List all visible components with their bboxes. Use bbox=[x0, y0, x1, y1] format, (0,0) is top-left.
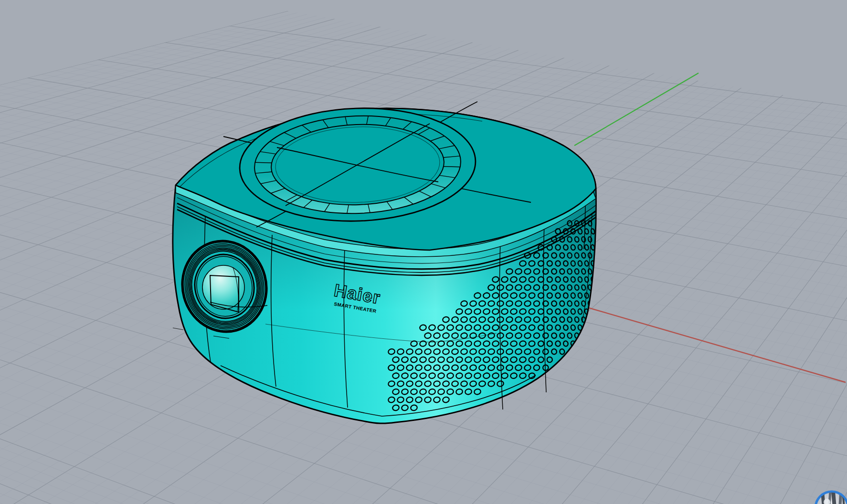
viewport[interactable]: Haier SMART THEATER bbox=[0, 0, 847, 504]
viewport-canvas[interactable]: Haier SMART THEATER bbox=[0, 0, 847, 504]
avatar-badge[interactable] bbox=[815, 491, 847, 504]
projector-model[interactable]: Haier SMART THEATER bbox=[172, 102, 596, 423]
